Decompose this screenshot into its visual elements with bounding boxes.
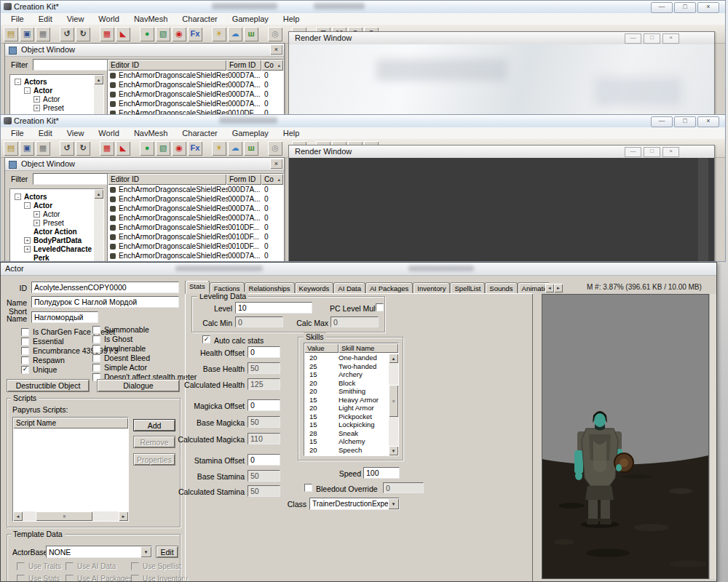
skill-row[interactable]: 20 One-handed xyxy=(304,354,389,362)
render-window-titlebar[interactable]: Render Window — □ × xyxy=(289,32,714,45)
column-form-id[interactable]: Form ID xyxy=(226,174,261,185)
tree-node[interactable]: - Actors xyxy=(12,192,93,201)
skills-table[interactable]: Value Skill Name 20 One-handed 25 Two-ha… xyxy=(304,343,399,456)
menu-item[interactable]: Help xyxy=(276,15,307,23)
tree-expander-icon[interactable]: + xyxy=(33,96,40,103)
skill-row[interactable]: 15 Heavy Armor xyxy=(304,396,389,404)
checkbox[interactable]: ✓ xyxy=(92,326,100,334)
close-icon[interactable]: × xyxy=(662,33,679,44)
checkbox[interactable]: ✓ xyxy=(66,562,74,570)
tree-expander-icon[interactable]: - xyxy=(15,194,21,200)
checkbox[interactable]: ✓ xyxy=(17,562,25,570)
toolbar-button[interactable]: ● xyxy=(140,141,154,156)
menu-item[interactable]: World xyxy=(91,15,127,23)
scrollbar-track[interactable] xyxy=(94,84,103,115)
checkbox-row[interactable]: ✓ Summonable xyxy=(92,325,197,334)
tree-node[interactable]: Perk xyxy=(12,253,93,262)
title-bar[interactable]: Creation Kit* — □ × xyxy=(1,1,725,14)
toolbar-button[interactable]: ◎ xyxy=(268,141,282,156)
skill-row[interactable]: 15 Lockpicking xyxy=(304,420,389,429)
skill-row[interactable]: 28 Sneak xyxy=(304,429,389,438)
title-bar[interactable]: Creation Kit* — □ × xyxy=(1,115,725,128)
checkbox[interactable]: ✓ xyxy=(21,356,29,364)
menu-item[interactable]: Character xyxy=(175,15,224,23)
tab[interactable]: Sounds xyxy=(485,282,517,294)
skills-scrollbar[interactable]: ▲ ≡ ▼ xyxy=(389,354,398,455)
scrollbar-track[interactable]: ≡ xyxy=(389,363,398,446)
tab[interactable]: SpellList xyxy=(450,282,485,294)
skill-row[interactable]: 15 Archery xyxy=(304,370,389,379)
column-editor-id[interactable]: Editor ID xyxy=(108,60,226,71)
tab[interactable]: AI Packages xyxy=(365,282,413,294)
skill-row[interactable]: 20 Block xyxy=(304,379,389,388)
tree-expander-icon[interactable]: + xyxy=(33,211,40,218)
object-list-row[interactable]: EnchArmorDragonscaleShieldResistMagic06 … xyxy=(108,242,283,251)
checkbox[interactable]: ✓ xyxy=(92,364,100,372)
render-viewport-dark[interactable] xyxy=(289,158,714,262)
checkbox-row[interactable]: ✓ Use Stats xyxy=(17,574,66,582)
dropdown-arrow-icon[interactable]: ▼ xyxy=(141,546,151,557)
checkbox[interactable]: ✓ xyxy=(17,575,25,582)
scroll-up-icon[interactable]: ▲ xyxy=(94,75,103,84)
close-icon[interactable]: × xyxy=(662,147,679,157)
level-field[interactable] xyxy=(235,302,312,314)
horizontal-scrollbar[interactable]: ◄ ≡ ► xyxy=(13,511,128,521)
actor-preview-viewport[interactable] xyxy=(542,294,709,579)
toolbar-button[interactable]: ☁ xyxy=(228,27,242,41)
speed-field[interactable] xyxy=(363,467,400,479)
toolbar-button[interactable]: ▦ xyxy=(36,27,50,41)
skill-row[interactable]: 20 Speech xyxy=(304,446,389,455)
tree-expander-icon[interactable]: + xyxy=(33,220,40,226)
tree-node[interactable]: + Actor xyxy=(12,210,93,218)
toolbar-button[interactable]: ◉ xyxy=(172,141,186,156)
toolbar-button[interactable]: ▧ xyxy=(156,27,170,41)
toolbar-button[interactable]: ↻ xyxy=(76,27,90,41)
restore-icon[interactable]: □ xyxy=(644,147,660,157)
tree-node[interactable]: + BodyPartData xyxy=(12,236,93,244)
stamina-offset-field[interactable] xyxy=(248,454,280,466)
checkbox-row[interactable]: ✓ Use Inventory xyxy=(131,574,191,582)
toolbar-button[interactable]: ▦ xyxy=(100,141,114,156)
toolbar-button[interactable]: ▣ xyxy=(20,27,34,41)
script-name-column[interactable]: Script Name xyxy=(13,418,128,428)
tree-node[interactable]: - Actors xyxy=(12,77,93,86)
toolbar-button[interactable]: ш xyxy=(244,27,258,41)
scrollbar-track[interactable]: ≡ xyxy=(23,511,119,521)
object-list-row[interactable]: EnchArmorDragonscaleShieldResistFrost04 … xyxy=(108,80,283,89)
restore-icon[interactable]: □ xyxy=(644,33,660,44)
restore-button[interactable]: □ xyxy=(674,116,696,127)
filter-input[interactable] xyxy=(33,59,110,71)
toolbar-button[interactable]: ▦ xyxy=(100,27,114,41)
column-form-id[interactable]: Form ID xyxy=(226,60,261,71)
menu-item[interactable]: NavMesh xyxy=(127,129,175,137)
tree-node[interactable]: - Actor xyxy=(12,201,93,210)
menu-item[interactable]: Edit xyxy=(31,129,60,137)
filter-input[interactable] xyxy=(33,173,110,185)
short-name-field[interactable] xyxy=(31,311,98,323)
tab[interactable]: Stats xyxy=(185,281,210,294)
checkbox[interactable]: ✓ xyxy=(66,575,74,582)
object-list-row[interactable]: EnchArmorDragonscaleShieldResistFrost06 … xyxy=(108,99,283,108)
column-count[interactable]: Co ▴ xyxy=(261,60,283,71)
skill-row[interactable]: 20 Smithing xyxy=(304,387,389,396)
skill-row[interactable]: 25 Two-handed xyxy=(304,362,389,371)
scrollbar-thumb[interactable]: ≡ xyxy=(36,511,92,521)
close-button[interactable]: × xyxy=(697,116,719,127)
menu-item[interactable]: World xyxy=(91,129,127,137)
scroll-up-icon[interactable]: ▲ xyxy=(389,354,398,363)
toolbar-button[interactable]: Fx xyxy=(188,141,202,156)
minimize-icon[interactable]: — xyxy=(625,147,641,157)
toolbar-button[interactable]: ш xyxy=(244,141,258,156)
toolbar-button[interactable]: ▦ xyxy=(36,141,50,156)
menu-item[interactable]: File xyxy=(4,15,31,23)
tab[interactable]: Inventory xyxy=(413,282,450,294)
tree-node[interactable]: + Actor xyxy=(12,95,93,103)
tree-node[interactable]: + Preset xyxy=(12,218,93,227)
checkbox-row[interactable]: ✓ Is Ghost xyxy=(92,335,197,343)
tab-scroll-right-icon[interactable]: ► xyxy=(554,284,563,292)
object-list-row[interactable]: EnchArmorDragonscaleShieldResistFrost06 … xyxy=(108,213,283,223)
restore-button[interactable]: □ xyxy=(674,2,696,13)
skills-column-name[interactable]: Skill Name xyxy=(339,343,398,353)
toolbar-button[interactable]: ◎ xyxy=(268,27,282,41)
script-list[interactable]: Script Name ◄ ≡ ► xyxy=(12,417,129,522)
